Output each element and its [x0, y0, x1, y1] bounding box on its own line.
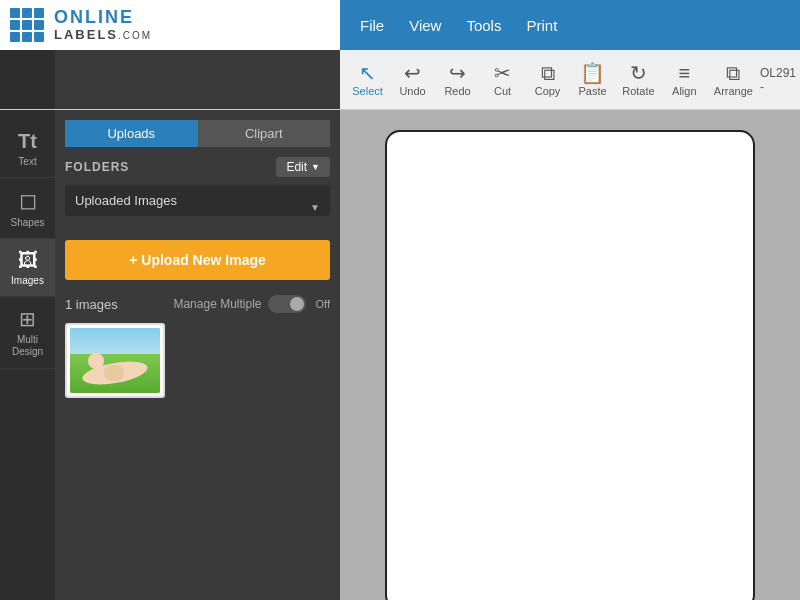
- folders-header: FOLDERS Edit ▼: [65, 157, 330, 177]
- paste-tool[interactable]: 📋 Paste: [570, 58, 615, 102]
- arrange-tool[interactable]: ⧉ Arrange: [707, 58, 760, 102]
- logo: ONLINE LABELS.COM: [0, 0, 340, 50]
- nav-view[interactable]: View: [409, 17, 441, 34]
- edit-button[interactable]: Edit ▼: [276, 157, 330, 177]
- chevron-down-icon: ▼: [311, 162, 320, 172]
- edit-button-label: Edit: [286, 160, 307, 174]
- images-icon: 🖼: [18, 249, 38, 272]
- toggle-state-label: Off: [316, 298, 330, 310]
- manage-multiple: Manage Multiple Off: [173, 295, 330, 313]
- images-info-row: 1 images Manage Multiple Off: [65, 295, 330, 313]
- rotate-icon: ↻: [630, 63, 647, 83]
- tab-uploads[interactable]: Uploads: [65, 120, 198, 147]
- folder-dropdown[interactable]: Uploaded Images: [65, 185, 330, 216]
- multidesign-label: MultiDesign: [12, 334, 43, 358]
- nav-file[interactable]: File: [360, 17, 384, 34]
- nav-tools[interactable]: Tools: [466, 17, 501, 34]
- sidebar-item-images[interactable]: 🖼 Images: [0, 239, 55, 297]
- panel-tabs: Uploads Clipart: [65, 120, 330, 147]
- left-panel: Uploads Clipart FOLDERS Edit ▼ Uploaded …: [55, 110, 340, 600]
- icon-sidebar: Tt Text ◻ Shapes 🖼 Images ⊞ MultiDesign: [0, 110, 55, 600]
- folder-select-wrapper: Uploaded Images: [65, 185, 330, 228]
- sidebar-item-text[interactable]: Tt Text: [0, 120, 55, 178]
- manage-multiple-label: Manage Multiple: [173, 297, 261, 311]
- cut-tool[interactable]: ✂ Cut: [480, 58, 525, 102]
- select-icon: ↖: [359, 63, 376, 83]
- logo-brand: ONLINE: [54, 8, 152, 28]
- images-label: Images: [11, 275, 44, 286]
- logo-grid-icon: [10, 8, 44, 42]
- logo-sub: LABELS.COM: [54, 28, 152, 42]
- image-thumbnail[interactable]: [65, 323, 165, 398]
- select-label: Select: [352, 85, 383, 97]
- nav-print[interactable]: Print: [526, 17, 557, 34]
- align-icon: ≡: [678, 63, 690, 83]
- undo-icon: ↩: [404, 63, 421, 83]
- folders-label: FOLDERS: [65, 160, 129, 174]
- toolbar: ↖ Select ↩ Undo ↪ Redo ✂ Cut ⧉ Copy 📋 Pa…: [340, 50, 800, 109]
- manage-toggle[interactable]: [268, 295, 306, 313]
- shapes-label: Shapes: [11, 217, 45, 228]
- thumbnail-photo: [70, 328, 160, 393]
- rotate-tool[interactable]: ↻ Rotate: [615, 58, 662, 102]
- arrange-icon: ⧉: [726, 63, 740, 83]
- paste-label: Paste: [578, 85, 606, 97]
- redo-icon: ↪: [449, 63, 466, 83]
- shapes-icon: ◻: [19, 188, 37, 214]
- rotate-label: Rotate: [622, 85, 654, 97]
- ol-label: OL291 -: [760, 66, 800, 94]
- copy-icon: ⧉: [541, 63, 555, 83]
- copy-label: Copy: [535, 85, 561, 97]
- redo-tool[interactable]: ↪ Redo: [435, 58, 480, 102]
- images-count: 1 images: [65, 297, 118, 312]
- text-label: Text: [18, 156, 36, 167]
- toggle-knob: [290, 297, 304, 311]
- paste-icon: 📋: [580, 63, 605, 83]
- undo-label: Undo: [399, 85, 425, 97]
- select-tool[interactable]: ↖ Select: [345, 58, 390, 102]
- align-tool[interactable]: ≡ Align: [662, 58, 707, 102]
- cut-label: Cut: [494, 85, 511, 97]
- align-label: Align: [672, 85, 696, 97]
- text-icon: Tt: [18, 130, 37, 153]
- nav-bar: File View Tools Print: [340, 0, 800, 50]
- sidebar-item-multidesign[interactable]: ⊞ MultiDesign: [0, 297, 55, 369]
- undo-tool[interactable]: ↩ Undo: [390, 58, 435, 102]
- multidesign-icon: ⊞: [19, 307, 36, 331]
- canvas-area: [340, 110, 800, 600]
- upload-button[interactable]: + Upload New Image: [65, 240, 330, 280]
- label-canvas: [385, 130, 755, 600]
- copy-tool[interactable]: ⧉ Copy: [525, 58, 570, 102]
- tab-clipart[interactable]: Clipart: [198, 120, 331, 147]
- arrange-label: Arrange: [714, 85, 753, 97]
- sidebar-item-shapes[interactable]: ◻ Shapes: [0, 178, 55, 239]
- redo-label: Redo: [444, 85, 470, 97]
- cut-icon: ✂: [494, 63, 511, 83]
